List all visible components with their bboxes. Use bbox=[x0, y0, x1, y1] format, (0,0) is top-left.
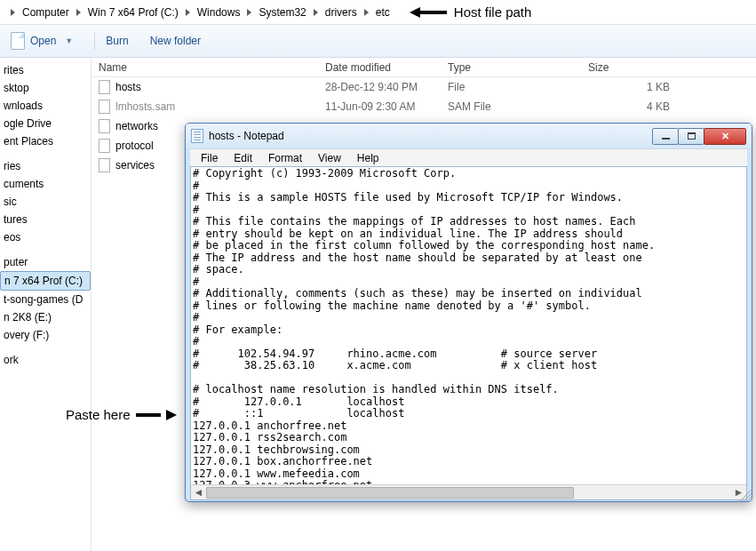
open-button[interactable]: Open ▼ bbox=[11, 32, 73, 50]
sidebar-item[interactable]: ent Places bbox=[0, 132, 91, 150]
file-icon bbox=[99, 119, 110, 133]
file-row[interactable]: lmhosts.sam 11-Jun-09 2:30 AM SAM File 4… bbox=[92, 97, 756, 116]
breadcrumb-item[interactable]: System32 bbox=[257, 6, 307, 19]
column-header-size[interactable]: Size bbox=[581, 61, 688, 74]
column-header-name[interactable]: Name bbox=[92, 61, 318, 74]
sidebar-item[interactable]: rites bbox=[0, 61, 91, 79]
chevron-right-icon[interactable] bbox=[76, 9, 81, 16]
sidebar-item[interactable]: ogle Drive bbox=[0, 115, 91, 132]
file-size: 1 KB bbox=[581, 81, 688, 93]
sidebar-item[interactable]: sic bbox=[0, 193, 91, 211]
close-icon bbox=[721, 131, 729, 142]
file-icon bbox=[99, 139, 110, 153]
file-icon bbox=[99, 80, 110, 94]
file-icon bbox=[99, 158, 110, 172]
sidebar-item[interactable]: t-song-games (D bbox=[0, 291, 91, 308]
file-date: 28-Dec-12 9:40 PM bbox=[318, 81, 441, 93]
file-name: protocol bbox=[115, 140, 154, 152]
explorer-toolbar: Open ▼ Burn New folder bbox=[0, 25, 756, 58]
scroll-track[interactable] bbox=[206, 486, 731, 499]
resize-grip-icon[interactable] bbox=[736, 486, 752, 501]
chevron-right-icon[interactable] bbox=[186, 9, 190, 16]
sidebar-item-selected[interactable]: n 7 x64 Prof (C:) bbox=[0, 271, 91, 291]
arrow-shaft bbox=[136, 413, 161, 417]
menu-file[interactable]: File bbox=[194, 150, 225, 166]
sidebar-item[interactable]: tures bbox=[0, 211, 91, 228]
minimize-icon bbox=[662, 138, 670, 140]
h-scrollbar[interactable]: ◄ ► bbox=[191, 484, 746, 499]
menu-view[interactable]: View bbox=[311, 150, 348, 166]
sidebar-item[interactable]: wnloads bbox=[0, 97, 91, 115]
burn-button[interactable]: Burn bbox=[106, 35, 128, 47]
sidebar-item[interactable]: ork bbox=[0, 351, 91, 369]
menu-help[interactable]: Help bbox=[350, 150, 386, 166]
text-area[interactable]: # Copyright (c) 1993-2009 Microsoft Corp… bbox=[190, 166, 747, 500]
breadcrumb: Computer Win 7 x64 Prof (C:) Windows Sys… bbox=[0, 0, 756, 25]
sidebar-item[interactable]: sktop bbox=[0, 79, 91, 97]
column-header-type[interactable]: Type bbox=[441, 61, 581, 74]
file-date: 11-Jun-09 2:30 AM bbox=[318, 100, 441, 113]
file-name: lmhosts.sam bbox=[115, 100, 175, 113]
file-type: File bbox=[441, 81, 581, 93]
annotation-text: Paste here bbox=[66, 407, 131, 422]
file-name: services bbox=[115, 159, 155, 172]
nav-sidebar: rites sktop wnloads ogle Drive ent Place… bbox=[0, 58, 92, 551]
file-icon bbox=[99, 100, 110, 114]
menu-format[interactable]: Format bbox=[261, 150, 309, 166]
toolbar-label: Open bbox=[30, 35, 56, 47]
arrow-right-icon bbox=[166, 410, 177, 420]
breadcrumb-item[interactable]: drivers bbox=[323, 6, 359, 19]
sidebar-item[interactable]: cuments bbox=[0, 175, 91, 193]
menu-edit[interactable]: Edit bbox=[227, 150, 259, 166]
arrow-left-icon bbox=[410, 7, 420, 18]
separator bbox=[94, 32, 95, 50]
breadcrumb-item[interactable]: etc bbox=[374, 6, 392, 19]
annotation-paste-here: Paste here bbox=[66, 407, 177, 422]
sidebar-item[interactable]: ries bbox=[0, 157, 91, 175]
menubar: File Edit Format View Help bbox=[190, 148, 747, 166]
sidebar-item[interactable]: puter bbox=[0, 253, 91, 271]
notepad-window[interactable]: hosts - Notepad File Edit Format View He… bbox=[185, 123, 752, 502]
maximize-button[interactable] bbox=[678, 128, 704, 145]
file-size: 4 KB bbox=[581, 100, 688, 113]
file-name: networks bbox=[115, 120, 158, 132]
titlebar[interactable]: hosts - Notepad bbox=[186, 124, 752, 148]
scroll-left-icon[interactable]: ◄ bbox=[191, 486, 206, 499]
file-icon bbox=[11, 32, 25, 50]
breadcrumb-item[interactable]: Win 7 x64 Prof (C:) bbox=[86, 6, 180, 19]
close-button[interactable] bbox=[704, 128, 746, 145]
file-name: hosts bbox=[115, 81, 141, 93]
chevron-right-icon[interactable] bbox=[11, 9, 15, 16]
annotation-text: Host file path bbox=[454, 4, 532, 20]
sidebar-item[interactable]: overy (F:) bbox=[0, 326, 91, 344]
breadcrumb-item[interactable]: Computer bbox=[20, 6, 71, 19]
chevron-right-icon[interactable] bbox=[247, 9, 251, 16]
new-folder-button[interactable]: New folder bbox=[150, 35, 201, 47]
column-header-date[interactable]: Date modified bbox=[318, 61, 441, 74]
sidebar-item[interactable]: n 2K8 (E:) bbox=[0, 308, 91, 326]
sidebar-item[interactable]: eos bbox=[0, 228, 91, 246]
window-title: hosts - Notepad bbox=[209, 130, 653, 142]
notepad-icon bbox=[191, 129, 203, 143]
file-row[interactable]: hosts 28-Dec-12 9:40 PM File 1 KB bbox=[92, 77, 756, 97]
chevron-right-icon[interactable] bbox=[314, 9, 318, 16]
column-headers: Name Date modified Type Size bbox=[92, 58, 756, 77]
chevron-right-icon[interactable] bbox=[364, 9, 369, 16]
scroll-thumb[interactable] bbox=[206, 487, 574, 499]
file-type: SAM File bbox=[441, 100, 581, 113]
annotation-host-path: Host file path bbox=[410, 4, 532, 20]
maximize-icon bbox=[688, 132, 696, 140]
breadcrumb-item[interactable]: Windows bbox=[195, 6, 243, 19]
arrow-shaft bbox=[420, 11, 447, 14]
minimize-button[interactable] bbox=[652, 128, 679, 145]
text-content[interactable]: # Copyright (c) 1993-2009 Microsoft Corp… bbox=[191, 167, 746, 500]
